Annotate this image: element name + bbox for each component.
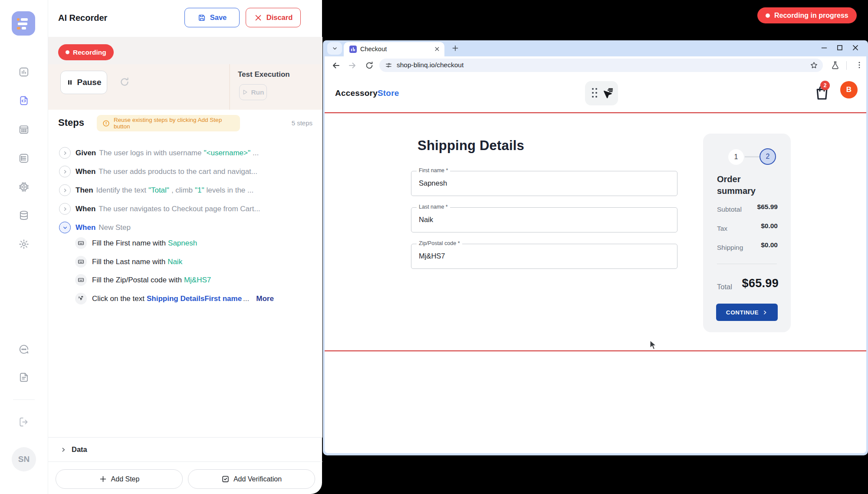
reload-icon[interactable] (365, 61, 374, 70)
browser-tab-checkout[interactable]: Checkout (344, 42, 444, 56)
run-label: Run (251, 88, 264, 96)
step-text: The user logs in with username (99, 149, 201, 157)
chevron-right-icon[interactable] (59, 203, 71, 215)
cart-bag-icon[interactable]: 2 (813, 84, 831, 101)
database-icon[interactable] (18, 210, 30, 221)
summary-divider (717, 264, 777, 264)
url-text[interactable]: shop-blinq.io/checkout (397, 61, 464, 69)
pause-button[interactable]: Pause (60, 71, 107, 94)
app-logo-icon[interactable] (12, 11, 35, 36)
tab-search-chevron-icon[interactable] (327, 42, 342, 55)
run-button[interactable]: Run (239, 84, 267, 100)
pointer-tool-icon[interactable] (602, 86, 615, 100)
tab-strip: Checkout (325, 40, 866, 56)
tab-close-icon[interactable] (434, 46, 440, 52)
store-header: AccessoryStore 2 B (325, 75, 866, 112)
brand-primary: Accessory (335, 88, 378, 98)
order-summary-card: 1 2 Order summary Subtotal $65.99 Tax $0… (703, 134, 791, 332)
zip-postal-field[interactable]: Zip/Postal code * Mj&HS7 (411, 244, 677, 269)
add-step-button[interactable]: Add Step (56, 469, 183, 489)
recording-badge: Recording (58, 44, 114, 60)
plus-icon (99, 475, 107, 483)
substep-row[interactable]: Fill the Last name withNaik (48, 252, 322, 271)
step-row[interactable]: GivenThe user logs in with username"<use… (48, 144, 322, 162)
browser-menu-icon[interactable] (855, 61, 864, 69)
stepper-step-2: 2 (760, 148, 776, 165)
user-avatar-initials: SN (18, 455, 30, 464)
keyboard-icon (75, 274, 87, 286)
store-logo[interactable]: AccessoryStore (335, 88, 399, 98)
step-text: New Step (99, 223, 131, 232)
chevron-right-icon[interactable] (59, 166, 71, 177)
user-avatar[interactable]: SN (12, 447, 36, 471)
bookmark-star-icon[interactable] (810, 61, 818, 69)
refresh-icon[interactable] (119, 76, 130, 88)
drag-handle-icon[interactable] (592, 88, 597, 98)
last-name-value[interactable]: Naik (419, 216, 433, 224)
dashboard-icon[interactable] (18, 66, 30, 78)
back-icon[interactable] (331, 60, 341, 71)
substep-value: Mj&HS7 (184, 276, 211, 284)
chat-support-icon[interactable] (18, 344, 30, 355)
substep-row[interactable]: Fill the First name withSapnesh (48, 234, 322, 252)
step-row[interactable]: ThenIdentify the text"Total", climb"1"le… (48, 181, 322, 200)
recorder-icon[interactable] (18, 95, 30, 106)
play-icon (242, 89, 248, 95)
substep-row[interactable]: Click on the textShipping DetailsFirst n… (48, 289, 322, 308)
zip-postal-value[interactable]: Mj&HS7 (419, 252, 445, 260)
first-name-value[interactable]: Sapnesh (419, 179, 447, 187)
recorder-overlay-widget[interactable] (585, 81, 618, 105)
recording-in-progress-badge: Recording in progress (757, 7, 857, 23)
add-verification-label: Add Verification (233, 475, 282, 483)
add-step-label: Add Step (111, 475, 140, 483)
window-minimize-icon[interactable] (819, 43, 829, 52)
ai-recorder-app: SN AI Recorder Save Discard Recording (0, 0, 322, 494)
mouse-cursor-icon (650, 340, 657, 350)
continue-button[interactable]: CONTINUE (716, 304, 778, 321)
chevron-right-icon[interactable] (59, 184, 71, 196)
test-execution-label: Test Execution (238, 70, 290, 79)
automation-icon[interactable] (18, 181, 30, 193)
recorder-controls-strip: Recording Pause Test Execution Run (48, 37, 322, 110)
chevron-right-icon[interactable] (59, 147, 71, 159)
first-name-field[interactable]: First name * Sapnesh (411, 171, 677, 196)
pause-icon (66, 79, 73, 86)
data-section-toggle[interactable]: Data (48, 437, 322, 462)
new-tab-icon[interactable] (451, 44, 459, 52)
test-list-icon[interactable] (18, 153, 30, 164)
last-name-field[interactable]: Last name * Naik (411, 207, 677, 232)
toolbar-separator (846, 61, 847, 70)
step-text: The user navigates to Checkout page from… (99, 205, 260, 213)
add-verification-button[interactable]: Add Verification (188, 469, 315, 489)
docs-icon[interactable] (18, 372, 30, 383)
more-link[interactable]: More (256, 294, 274, 303)
window-maximize-icon[interactable] (835, 43, 845, 52)
experiments-flask-icon[interactable] (831, 61, 840, 70)
save-button[interactable]: Save (184, 8, 240, 27)
recording-highlight-top (325, 112, 866, 113)
steps-warning-text: Reuse existing steps by clicking Add Ste… (114, 117, 234, 130)
substep-row[interactable]: Fill the Zip/Postal code withMj&HS7 (48, 271, 322, 289)
substep-text: Fill the Last name with (92, 258, 165, 266)
schedule-icon[interactable] (18, 124, 30, 135)
address-bar[interactable]: shop-blinq.io/checkout (379, 59, 823, 72)
window-close-icon[interactable] (851, 43, 860, 52)
recording-badge-label: Recording (73, 49, 106, 56)
logout-icon[interactable] (18, 416, 30, 428)
forward-icon[interactable] (347, 60, 358, 71)
step-row[interactable]: WhenThe user adds products to the cart a… (48, 162, 322, 181)
cart-count-badge: 2 (820, 81, 830, 90)
site-settings-icon[interactable] (385, 62, 392, 69)
step-keyword: Given (76, 149, 96, 157)
discard-button[interactable]: Discard (246, 8, 301, 27)
controls-row: Pause Test Execution Run (48, 64, 322, 110)
substep-target-link[interactable]: Shipping DetailsFirst name (147, 294, 242, 303)
step-row[interactable]: WhenThe user navigates to Checkout page … (48, 200, 322, 218)
step-param: "Total" (148, 186, 169, 194)
chevron-down-icon[interactable] (59, 222, 71, 233)
stepper-connector (745, 156, 761, 157)
tab-title: Checkout (360, 46, 387, 52)
settings-gear-icon[interactable] (18, 239, 30, 250)
step-text: levels in the ... (207, 186, 254, 194)
store-user-avatar[interactable]: B (840, 81, 858, 98)
